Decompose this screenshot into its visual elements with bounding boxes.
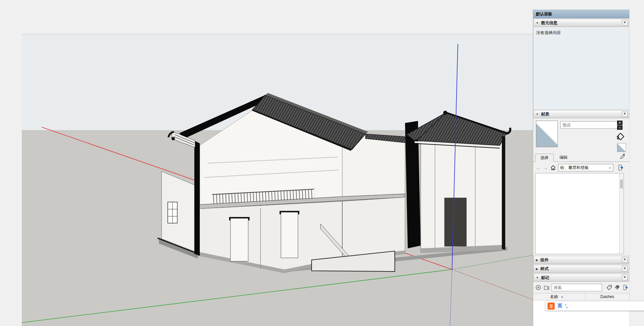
materials-body: ▼＋ 选择 编辑 ← → 砖、覆层和壁板 ∨ [533,119,629,255]
scrollbar-thumb[interactable] [620,180,623,188]
material-category-dropdown[interactable]: 砖、覆层和壁板 ∨ [558,164,613,171]
materials-title: 材质 [541,111,549,117]
tool-palette [0,34,22,326]
menu-bar [0,0,644,10]
collapse-triangle-icon[interactable]: ▶ [536,259,538,262]
tags-title: 标记 [541,275,549,281]
entity-info-message: 没有选择内容 [536,30,561,35]
materials-nav-row: ← → 砖、覆层和壁板 ∨ [533,164,632,172]
add-pane-icon[interactable]: ＋ [617,125,623,130]
toolbar-extensions [0,21,533,34]
in-model-home-icon[interactable] [550,165,556,171]
material-sample-swatch [617,143,626,152]
name-column-header[interactable]: 名称∨ [548,293,585,300]
collapse-triangle-icon[interactable]: ▼ [536,21,539,25]
tag-details-icon[interactable] [623,284,629,291]
material-swatch-list [535,173,624,254]
add-tag-folder-button[interactable] [543,284,550,291]
collapse-triangle-icon[interactable]: ▼ [536,276,539,279]
3d-scene[interactable] [22,34,533,326]
styles-title: 样式 [540,266,549,272]
sketchup-window: 默认面板 ▼ 图元信息 × 没有选择内容 ▼ 材质 × ▼＋ [0,0,644,326]
entity-info-body: 没有选择内容 [533,27,629,110]
default-panel-tray: 默认面板 ▼ 图元信息 × 没有选择内容 ▼ 材质 × ▼＋ [533,10,644,326]
panel-title: 默认面板 [533,10,629,18]
tags-toolbar [533,282,629,293]
sort-chevron-icon[interactable]: ∨ [561,295,563,299]
show-secondary-pane-icon[interactable]: ▼ [617,121,623,125]
panel-scroll-gutter[interactable] [629,10,644,326]
material-name-field[interactable] [560,121,618,129]
chevron-down-icon: ∨ [609,166,611,170]
close-icon[interactable]: × [622,275,628,280]
swatch-scrollbar[interactable] [619,173,624,254]
materials-tabs: 选择 编辑 [533,153,631,162]
styles-header[interactable]: ▶ 样式 × [534,265,629,273]
dashes-column-header[interactable]: Dashes [598,293,629,300]
back-arrow-icon[interactable]: ← [536,165,541,171]
material-list-options-icon[interactable] [617,164,624,171]
toolbar-styles-views-shadows [0,10,533,21]
color-by-tag-icon[interactable] [614,284,620,291]
entity-info-title: 图元信息 [541,20,557,26]
add-tag-button[interactable] [535,284,541,291]
tab-select[interactable]: 选择 [535,154,554,162]
collapse-triangle-icon[interactable]: ▼ [536,113,539,116]
tags-table-header: 名称∨ Dashes [533,293,629,300]
close-icon[interactable]: × [622,20,628,26]
components-header[interactable]: ▶ 组件 × [534,256,629,264]
color-column-header [585,293,598,300]
material-preview [536,121,558,147]
close-icon[interactable]: × [622,257,628,263]
forward-arrow-icon[interactable]: → [543,165,548,171]
house-section-model [158,93,510,273]
create-material-button[interactable] [616,132,625,141]
components-title: 组件 [540,257,549,263]
secondary-pane-buttons[interactable]: ▼＋ [617,121,623,130]
purge-tags-icon[interactable] [606,284,612,291]
tab-edit[interactable]: 编辑 [554,153,573,161]
category-value: 砖、覆层和壁板 [560,165,589,171]
ime-punctuation-toggle[interactable]: ’, [565,303,568,309]
materials-header[interactable]: ▼ 材质 × [534,110,629,118]
visibility-column-header [533,293,548,300]
tag-search-input[interactable] [552,284,602,291]
ime-language-toggle[interactable]: 英 [557,303,562,309]
panel-title-label: 默认面板 [536,11,552,17]
model-viewport[interactable] [22,34,533,326]
close-icon[interactable]: × [622,111,628,117]
sample-paint-eyedropper-button[interactable] [620,153,626,159]
tags-header[interactable]: ▼ 标记 × [534,274,629,282]
collapse-triangle-icon[interactable]: ▶ [536,267,538,270]
ime-toolbar[interactable]: S 英 ’, [545,301,644,311]
sogou-logo-icon[interactable]: S [548,302,555,310]
close-icon[interactable]: × [622,266,628,271]
entity-info-header[interactable]: ▼ 图元信息 × [534,19,629,27]
